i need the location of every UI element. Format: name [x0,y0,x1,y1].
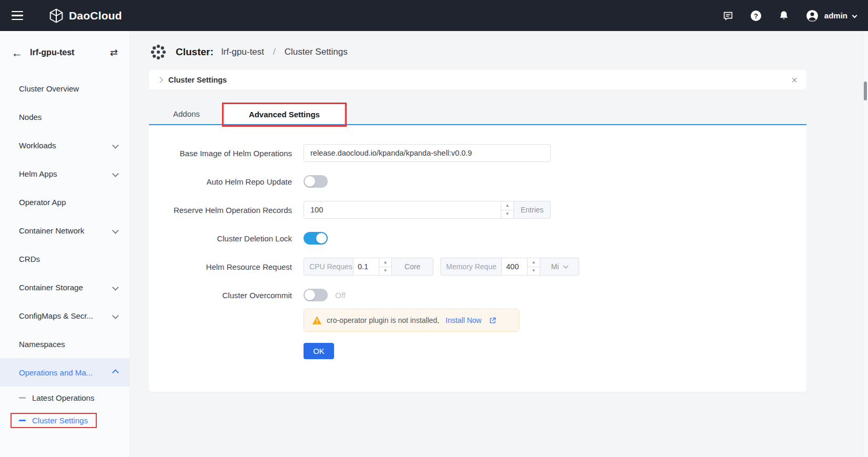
menu-icon[interactable] [12,11,24,21]
chevron-down-icon [112,284,119,291]
cpu-unit-label: Core [391,258,433,276]
stepper-down-icon[interactable]: ▼ [501,210,513,219]
page-title: Cluster: [176,46,214,58]
sidebar-item-namespaces[interactable]: Namespaces [0,330,129,358]
sidebar-item-label: Operations and Ma... [19,368,113,377]
reserve-records-stepper[interactable]: ▲ ▼ [501,201,513,218]
install-now-link[interactable]: Install Now [446,316,481,324]
stepper-down-icon[interactable]: ▼ [379,267,391,276]
field-label-overcommit: Cluster Overcommit [149,291,292,300]
stepper-down-icon[interactable]: ▼ [528,267,540,276]
overcommit-toggle[interactable] [304,289,328,301]
avatar-icon [805,9,819,23]
form-row-resource-request: Helm Resource Request CPU Reques ▲ ▼ Cor… [149,258,806,276]
message-icon[interactable] [722,9,734,22]
sidebar-item-helm-apps[interactable]: Helm Apps [0,159,129,188]
user-menu[interactable]: admin [805,9,856,23]
sidebar-item-label: CRDs [19,255,118,263]
sidebar-subitem-latest-operations[interactable]: Latest Operations [0,387,129,409]
sidebar-item-operator-app[interactable]: Operator App [0,188,129,216]
sidebar-item-cluster-overview[interactable]: Cluster Overview [0,74,129,103]
memory-request-group: Memory Reque ▲ ▼ Mi [440,258,579,276]
sidebar-item-label: Workloads [19,141,113,150]
stepper-up-icon[interactable]: ▲ [501,201,513,210]
memory-stepper[interactable]: ▲ ▼ [527,258,540,275]
sidebar-header: ← lrf-gpu-test ⇄ [0,31,129,74]
page-header: Cluster: lrf-gpu-test / Cluster Settings [130,31,868,70]
daocloud-logo-icon [48,8,64,24]
cpu-stepper[interactable]: ▲ ▼ [379,258,391,275]
sidebar-item-crds[interactable]: CRDs [0,245,129,273]
form-row-warning: cro-operator plugin is not installed, In… [149,309,806,332]
sidebar-nav: Cluster Overview Nodes Workloads Helm Ap… [0,74,129,432]
sidebar-subitem-label: Cluster Settings [32,416,88,425]
base-image-input[interactable] [304,144,551,162]
sidebar-item-label: Cluster Overview [19,84,118,93]
tab-addons[interactable]: Addons [149,104,224,124]
brand-name: DaoCloud [69,9,122,22]
reserve-records-input[interactable] [304,201,501,218]
sidebar-item-configmaps-secrets[interactable]: ConfigMaps & Secr... [0,301,129,330]
sidebar-item-label: Helm Apps [19,169,113,178]
stepper-up-icon[interactable]: ▲ [379,258,391,267]
chevron-down-icon [112,312,119,319]
sidebar-item-container-storage[interactable]: Container Storage [0,273,129,301]
field-label-auto-repo: Auto Helm Repo Update [149,177,292,186]
scrollbar-thumb[interactable] [864,82,867,100]
panel-title: Cluster Settings [168,76,791,84]
sidebar-item-nodes[interactable]: Nodes [0,103,129,131]
annotation-box-cluster-settings: Cluster Settings [11,413,97,428]
sidebar-item-label: Container Storage [19,283,113,292]
auto-repo-toggle[interactable] [304,175,328,188]
chevron-down-icon [852,13,857,18]
breadcrumb-cluster-name[interactable]: lrf-gpu-test [221,47,264,57]
sidebar-item-container-network[interactable]: Container Network [0,216,129,245]
form-row-base-image: Base Image of Helm Operations [149,144,806,162]
chevron-right-icon[interactable] [157,77,163,83]
overcommit-state-text: Off [335,291,346,300]
field-label-base-image: Base Image of Helm Operations [149,149,292,158]
cpu-prefix-label: CPU Reques [304,258,354,276]
close-icon[interactable]: × [791,75,798,85]
memory-prefix-label: Memory Reque [440,258,502,276]
warning-icon [312,316,322,326]
sidebar-item-operations[interactable]: Operations and Ma... [0,358,129,387]
brand[interactable]: DaoCloud [48,8,122,24]
cluster-icon [149,43,168,62]
sidebar-subitem-cluster-settings[interactable]: Cluster Settings [0,409,129,432]
tabs: Addons Advanced Settings [149,104,806,125]
form-row-overcommit: Cluster Overcommit Off [149,289,806,301]
dash-icon [19,397,26,399]
cpu-request-group: CPU Reques ▲ ▼ Core [304,258,433,276]
switch-cluster-icon[interactable]: ⇄ [110,48,118,57]
notifications-bell-icon[interactable] [778,9,790,22]
sidebar-cluster-name: lrf-gpu-test [30,48,103,57]
tab-advanced-settings[interactable]: Advanced Settings [224,104,345,124]
sidebar-item-workloads[interactable]: Workloads [0,131,129,159]
collapse-panel-header[interactable]: Cluster Settings × [149,70,806,90]
deletion-lock-toggle[interactable] [304,232,328,245]
form-row-submit: OK [149,343,806,359]
chevron-down-icon [112,142,119,149]
entries-suffix: Entries [514,201,551,219]
sidebar-subitem-label: Latest Operations [32,393,94,402]
warning-alert: cro-operator plugin is not installed, In… [304,309,519,332]
chevron-down-icon [563,263,569,269]
external-link-icon[interactable] [489,317,497,324]
tab-label: Advanced Settings [249,110,320,119]
form-row-reserve-records: Reserve Helm Operation Records ▲ ▼ Entri… [149,201,806,219]
field-label-resource-request: Helm Resource Request [149,262,292,271]
username: admin [824,11,847,20]
memory-unit-select[interactable]: Mi [540,258,579,276]
sidebar-item-label: Namespaces [19,340,118,349]
back-icon[interactable]: ← [12,47,23,58]
help-icon[interactable]: ? [750,9,762,22]
main-content: Cluster: lrf-gpu-test / Cluster Settings… [130,31,868,457]
svg-text:?: ? [754,12,758,19]
memory-request-input[interactable] [502,262,527,271]
cpu-request-input[interactable] [354,262,379,271]
chevron-down-icon [112,227,119,234]
scrollbar-track[interactable] [863,31,868,457]
ok-button[interactable]: OK [304,343,334,359]
stepper-up-icon[interactable]: ▲ [528,258,540,267]
